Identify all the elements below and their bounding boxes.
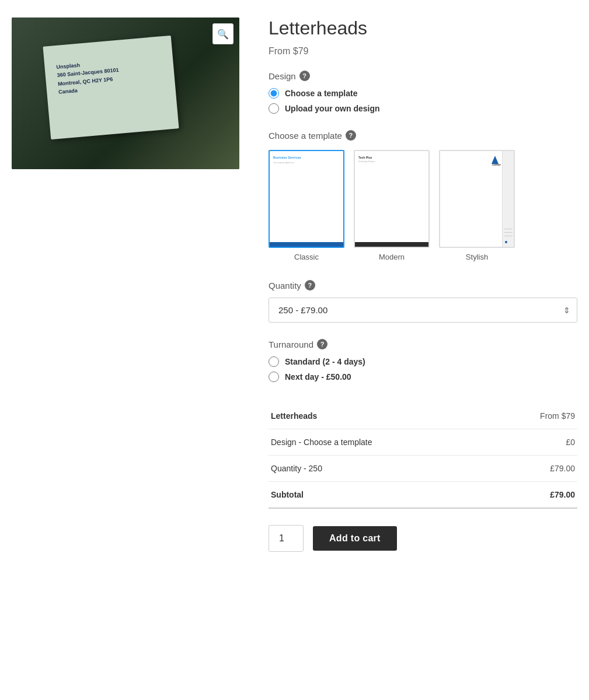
turnaround-radio-next-day[interactable] <box>269 372 279 382</box>
product-layout: Unsplash 360 Saint-Jacques 80101 Montrea… <box>12 18 577 552</box>
design-label-choose-template: Choose a template <box>285 89 357 98</box>
design-section: Design ? Choose a template Upload your o… <box>269 71 577 114</box>
template-inner-classic: Business Services Your company tagline h… <box>270 151 343 247</box>
stylish-sidebar-line2 <box>504 232 513 233</box>
cart-quantity-input[interactable]: 1 <box>269 525 304 552</box>
quantity-select-wrapper: 250 - £79.00 500 - £99.00 1000 - £129.00… <box>269 298 577 323</box>
product-image-bg: Unsplash 360 Saint-Jacques 80101 Montrea… <box>12 18 239 169</box>
templates-grid: Business Services Your company tagline h… <box>269 150 577 261</box>
design-help-icon[interactable]: ? <box>299 71 310 81</box>
stylish-dot <box>505 241 507 243</box>
design-section-label: Design ? <box>269 71 577 81</box>
turnaround-section: Turnaround ? Standard (2 - 4 days) Next … <box>269 339 577 382</box>
page-container: Unsplash 360 Saint-Jacques 80101 Montrea… <box>0 0 589 569</box>
stylish-company: COMPANY <box>492 164 501 166</box>
template-inner-modern: Tech Plus Technology Solutions <box>355 151 428 247</box>
design-option-upload-own[interactable]: Upload your own design <box>269 103 577 114</box>
summary-label-product: Letterheads <box>269 403 493 429</box>
summary-value-quantity: £79.00 <box>493 456 577 482</box>
modern-subtext: Technology Solutions <box>355 159 428 163</box>
classic-footer <box>270 242 343 247</box>
summary-row-design: Design - Choose a template £0 <box>269 429 577 456</box>
summary-label-design: Design - Choose a template <box>269 429 493 456</box>
turnaround-label-next-day: Next day - £50.00 <box>285 372 351 382</box>
summary-value-subtotal: £79.00 <box>493 482 577 509</box>
summary-row-subtotal: Subtotal £79.00 <box>269 482 577 509</box>
template-preview-classic: Business Services Your company tagline h… <box>269 150 344 248</box>
quantity-section-label: Quantity ? <box>269 280 577 290</box>
envelope-graphic: Unsplash 360 Saint-Jacques 80101 Montrea… <box>43 36 179 140</box>
product-title: Letterheads <box>269 18 577 39</box>
template-inner-stylish: COMPANY <box>440 151 514 247</box>
product-image-column: Unsplash 360 Saint-Jacques 80101 Montrea… <box>12 18 239 169</box>
quantity-select[interactable]: 250 - £79.00 500 - £99.00 1000 - £129.00 <box>269 298 577 323</box>
template-section-label: Choose a template ? <box>269 130 577 141</box>
summary-table: Letterheads From $79 Design - Choose a t… <box>269 403 577 509</box>
summary-value-design: £0 <box>493 429 577 456</box>
turnaround-help-icon[interactable]: ? <box>317 339 327 349</box>
modern-header-text: Tech Plus <box>355 151 428 159</box>
turnaround-option-next-day[interactable]: Next day - £50.00 <box>269 372 577 382</box>
template-name-stylish: Stylish <box>466 253 488 261</box>
summary-label-subtotal: Subtotal <box>269 482 493 509</box>
stylish-sidebar-line1 <box>504 229 513 229</box>
stylish-sidebar <box>502 151 514 247</box>
design-radio-upload-own[interactable] <box>269 103 279 114</box>
classic-header-text: Business Services <box>270 151 343 159</box>
zoom-icon: 🔍 <box>217 29 229 40</box>
template-help-icon[interactable]: ? <box>346 130 356 141</box>
summary-row-product: Letterheads From $79 <box>269 403 577 429</box>
product-price: From $79 <box>269 46 577 57</box>
add-to-cart-button[interactable]: Add to cart <box>313 526 397 551</box>
product-image-wrapper: Unsplash 360 Saint-Jacques 80101 Montrea… <box>12 18 239 169</box>
turnaround-label-standard: Standard (2 - 4 days) <box>285 357 365 366</box>
design-option-choose-template[interactable]: Choose a template <box>269 88 577 99</box>
design-radio-choose-template[interactable] <box>269 88 279 99</box>
quantity-help-icon[interactable]: ? <box>305 280 315 290</box>
template-name-classic: Classic <box>294 253 319 261</box>
summary-label-quantity: Quantity - 250 <box>269 456 493 482</box>
turnaround-radio-standard[interactable] <box>269 356 279 367</box>
envelope-address: Unsplash 360 Saint-Jacques 80101 Montrea… <box>56 58 121 97</box>
modern-footer <box>355 242 428 247</box>
template-card-classic[interactable]: Business Services Your company tagline h… <box>269 150 344 261</box>
svg-marker-0 <box>492 156 499 164</box>
classic-subtext: Your company tagline here <box>270 159 343 166</box>
template-card-modern[interactable]: Tech Plus Technology Solutions Modern <box>354 150 430 261</box>
template-section: Choose a template ? Business Services Yo… <box>269 130 577 261</box>
cart-row: 1 Add to cart <box>269 525 577 552</box>
zoom-button[interactable]: 🔍 <box>212 23 233 44</box>
template-name-modern: Modern <box>379 253 405 261</box>
turnaround-option-standard[interactable]: Standard (2 - 4 days) <box>269 356 577 367</box>
stylish-sidebar-line3 <box>504 236 513 236</box>
quantity-section: Quantity ? 250 - £79.00 500 - £99.00 100… <box>269 280 577 323</box>
summary-value-product: From $79 <box>493 403 577 429</box>
design-label-upload-own: Upload your own design <box>285 104 380 113</box>
template-preview-stylish: COMPANY <box>439 150 515 248</box>
product-details-column: Letterheads From $79 Design ? Choose a t… <box>269 18 577 552</box>
template-preview-modern: Tech Plus Technology Solutions <box>354 150 430 248</box>
turnaround-section-label: Turnaround ? <box>269 339 577 349</box>
template-card-stylish[interactable]: COMPANY Stylish <box>439 150 515 261</box>
summary-row-quantity: Quantity - 250 £79.00 <box>269 456 577 482</box>
